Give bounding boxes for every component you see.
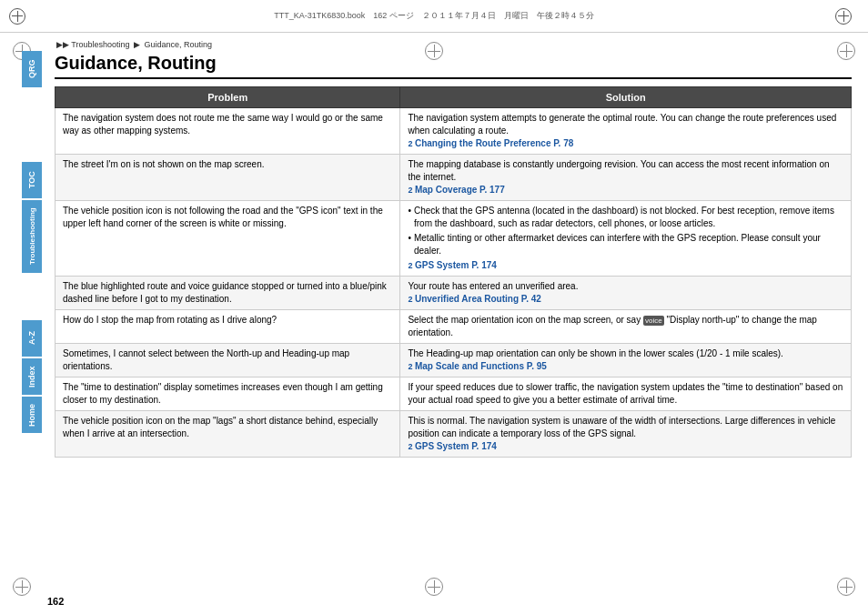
solution-cell: Check that the GPS antenna (located in t…	[400, 201, 852, 277]
breadcrumb-part2: Guidance, Routing	[145, 40, 213, 49]
breadcrumb-arrow: ▶	[134, 40, 140, 49]
problem-cell: The vehicle position icon is not followi…	[56, 201, 400, 277]
sidebar-tab-az[interactable]: A-Z	[22, 320, 42, 357]
link-map-scale-functions[interactable]: Map Scale and Functions P. 95	[408, 361, 546, 371]
problem-cell: How do I stop the map from rotating as I…	[56, 310, 400, 344]
link-gps-system-1[interactable]: GPS System P. 174	[408, 260, 496, 270]
table-row: The "time to destination" display someti…	[56, 377, 852, 411]
problem-cell: The "time to destination" display someti…	[56, 377, 400, 411]
solution-cell: This is normal. The navigation system is…	[400, 411, 852, 458]
solution-cell: If your speed reduces due to slower traf…	[400, 377, 852, 411]
bullet-gps-1: Check that the GPS antenna (located in t…	[408, 205, 843, 230]
page-number: 162	[47, 596, 64, 607]
table-row: The navigation system does not route me …	[56, 108, 852, 155]
guidance-routing-table: Problem Solution The navigation system d…	[55, 86, 852, 458]
link-changing-route[interactable]: Changing the Route Preference P. 78	[408, 138, 573, 148]
table-row: The street I'm on is not shown on the ma…	[56, 155, 852, 201]
solution-cell: The Heading-up map orientation can only …	[400, 344, 852, 377]
table-row: The blue highlighted route and voice gui…	[56, 277, 852, 310]
table-header-problem: Problem	[56, 87, 400, 108]
main-content: ▶▶ Troubleshooting ▶ Guidance, Routing G…	[42, 33, 868, 614]
link-unverified-routing[interactable]: Unverified Area Routing P. 42	[408, 294, 540, 304]
solution-cell: The navigation system attempts to genera…	[400, 108, 852, 155]
table-row: The vehicle position icon is not followi…	[56, 201, 852, 277]
problem-cell: The navigation system does not route me …	[56, 108, 400, 155]
sidebar-tab-qrg[interactable]: QRG	[22, 51, 42, 87]
table-row: Sometimes, I cannot select between the N…	[56, 344, 852, 377]
voice-icon: voice	[643, 316, 664, 326]
top-bar: TTT_KA-31TK6830.book 162 ページ ２０１１年７月４日 月…	[0, 0, 868, 33]
crosshair-left	[9, 8, 25, 25]
table-header-solution: Solution	[400, 87, 852, 108]
file-info: TTT_KA-31TK6830.book 162 ページ ２０１１年７月４日 月…	[33, 10, 835, 22]
bullet-gps-2: Metallic tinting or other aftermarket de…	[408, 232, 843, 257]
link-gps-system-2[interactable]: GPS System P. 174	[408, 441, 496, 451]
crosshair-right	[835, 8, 852, 25]
sidebar-tab-troubleshooting[interactable]: Troubleshooting	[22, 200, 42, 273]
page-title: Guidance, Routing	[55, 53, 852, 79]
left-sidebar: QRG TOC Troubleshooting A-Z Index Home	[0, 33, 42, 614]
link-map-coverage[interactable]: Map Coverage P. 177	[408, 185, 504, 195]
problem-cell: The street I'm on is not shown on the ma…	[56, 155, 400, 201]
problem-cell: Sometimes, I cannot select between the N…	[56, 344, 400, 377]
problem-cell: The vehicle position icon on the map "la…	[56, 411, 400, 458]
solution-cell: Your route has entered an unverified are…	[400, 277, 852, 310]
sidebar-tab-home[interactable]: Home	[22, 397, 42, 433]
solution-cell: The mapping database is constantly under…	[400, 155, 852, 201]
sidebar-tab-toc[interactable]: TOC	[22, 162, 42, 198]
solution-cell: Select the map orientation icon on the m…	[400, 310, 852, 344]
table-row: How do I stop the map from rotating as I…	[56, 310, 852, 344]
breadcrumb: ▶▶ Troubleshooting ▶ Guidance, Routing	[56, 40, 852, 49]
problem-cell: The blue highlighted route and voice gui…	[56, 277, 400, 310]
sidebar-tab-index[interactable]: Index	[22, 358, 42, 395]
table-row: The vehicle position icon on the map "la…	[56, 411, 852, 458]
breadcrumb-part1: ▶▶ Troubleshooting	[56, 40, 130, 49]
